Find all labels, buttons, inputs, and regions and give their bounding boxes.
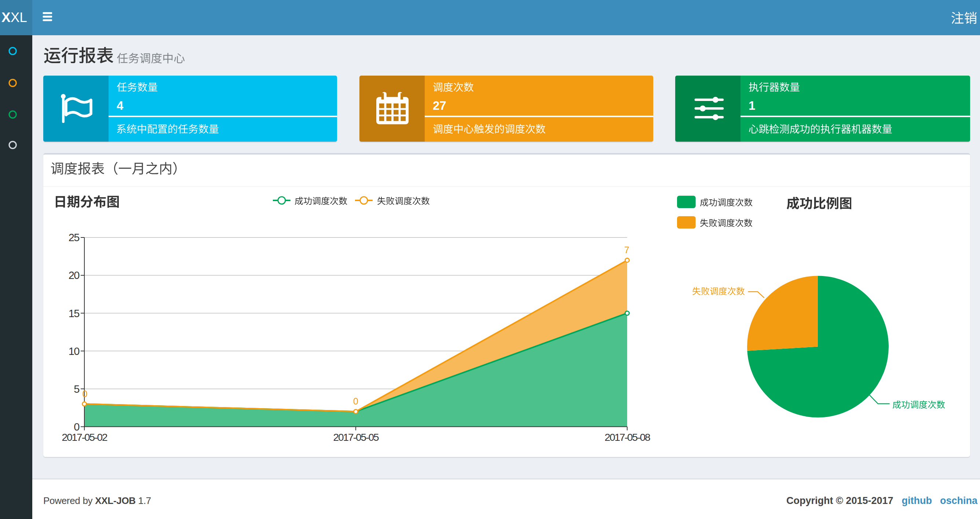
- svg-text:2017-05-08: 2017-05-08: [605, 432, 650, 443]
- svg-text:0: 0: [74, 421, 79, 433]
- svg-text:5: 5: [74, 383, 79, 395]
- svg-text:0: 0: [353, 396, 358, 406]
- svg-text:15: 15: [68, 308, 80, 319]
- svg-text:10: 10: [68, 345, 80, 357]
- svg-text:25: 25: [68, 232, 80, 243]
- svg-text:2017-05-02: 2017-05-02: [62, 432, 107, 443]
- svg-text:2017-05-05: 2017-05-05: [333, 432, 379, 443]
- svg-text:7: 7: [624, 245, 629, 255]
- svg-text:20: 20: [68, 270, 80, 281]
- svg-text:0: 0: [83, 389, 88, 399]
